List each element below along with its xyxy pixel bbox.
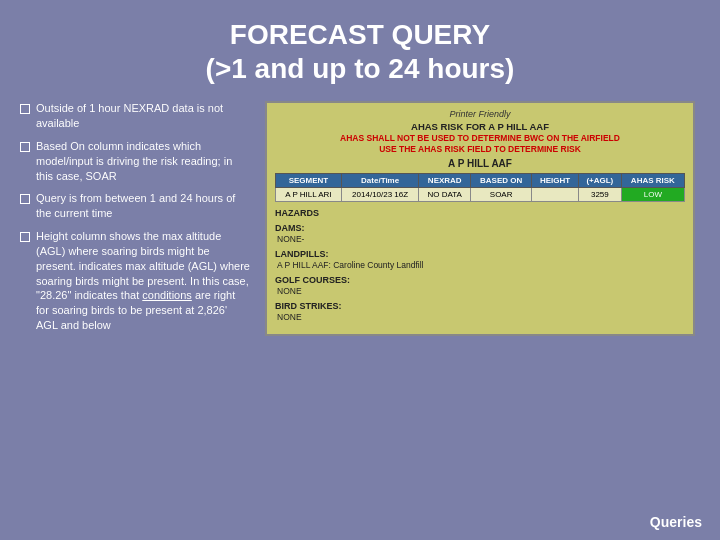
- col-basedon: BASED ON: [471, 174, 532, 188]
- section-hazards-title: HAZARDS: [275, 208, 685, 218]
- printer-friendly-label: Printer Friendly: [275, 109, 685, 119]
- title-line1: FORECAST QUERY: [230, 19, 490, 50]
- bullet-item-2: Based On column indicates which model/in…: [20, 139, 250, 184]
- cell-datetime: 2014/10/23 16Z: [341, 188, 419, 202]
- col-risk: AHAS RISK: [621, 174, 684, 188]
- slide-title: FORECAST QUERY (>1 and up to 24 hours): [20, 18, 700, 85]
- section-golf-title: GOLF COURSES:: [275, 275, 685, 285]
- bullet-icon-2: [20, 142, 30, 152]
- bullet-icon-1: [20, 104, 30, 114]
- data-table: SEGMENT Date/Time NEXRAD BASED ON HEIGHT…: [275, 173, 685, 202]
- col-agl: (+AGL): [578, 174, 621, 188]
- bullet-list: Outside of 1 hour NEXRAD data is not ava…: [20, 101, 250, 341]
- section-birdstrikes-content: NONE: [277, 312, 685, 322]
- section-golf-content: NONE: [277, 286, 685, 296]
- bullet-text-3: Query is from between 1 and 24 hours of …: [36, 191, 250, 221]
- location-title: A P HILL AAF: [275, 158, 685, 169]
- col-nexrad: NEXRAD: [419, 174, 471, 188]
- bullet-text-2: Based On column indicates which model/in…: [36, 139, 250, 184]
- conditions-underline: conditions: [142, 289, 192, 301]
- cell-nexrad: NO DATA: [419, 188, 471, 202]
- bullet-icon-4: [20, 232, 30, 242]
- ahas-warning1: AHAS SHALL NOT BE USED TO DETERMINE BWC …: [275, 133, 685, 143]
- cell-risk: LOW: [621, 188, 684, 202]
- cell-segment: A P HILL ARI: [276, 188, 342, 202]
- bottom-label: Queries: [650, 514, 702, 530]
- title-line2: (>1 and up to 24 hours): [206, 53, 515, 84]
- section-birdstrikes-title: BIRD STRIKES:: [275, 301, 685, 311]
- slide-container: FORECAST QUERY (>1 and up to 24 hours) O…: [0, 0, 720, 540]
- forecast-box: Printer Friendly AHAS RISK FOR A P HILL …: [265, 101, 695, 336]
- right-panel: Printer Friendly AHAS RISK FOR A P HILL …: [260, 101, 700, 336]
- cell-height: [532, 188, 579, 202]
- bullet-item-4: Height column shows the max altitude (AG…: [20, 229, 250, 333]
- section-landpills-title: LANDPILLS:: [275, 249, 685, 259]
- table-row: A P HILL ARI 2014/10/23 16Z NO DATA SOAR…: [276, 188, 685, 202]
- col-height: HEIGHT: [532, 174, 579, 188]
- col-datetime: Date/Time: [341, 174, 419, 188]
- ahas-warning2: USE THE AHAS RISK FIELD TO DETERMINE RIS…: [275, 144, 685, 154]
- section-dams-content: NONE-: [277, 234, 685, 244]
- content-area: Outside of 1 hour NEXRAD data is not ava…: [20, 101, 700, 341]
- section-landpills-content: A P HILL AAF: Caroline County Landfill: [277, 260, 685, 270]
- cell-basedon: SOAR: [471, 188, 532, 202]
- table-header-row: SEGMENT Date/Time NEXRAD BASED ON HEIGHT…: [276, 174, 685, 188]
- cell-agl: 3259: [578, 188, 621, 202]
- bullet-text-1: Outside of 1 hour NEXRAD data is not ava…: [36, 101, 250, 131]
- section-dams-title: DAMS:: [275, 223, 685, 233]
- ahas-title: AHAS RISK FOR A P HILL AAF: [275, 121, 685, 132]
- bullet-item-3: Query is from between 1 and 24 hours of …: [20, 191, 250, 221]
- bullet-text-4: Height column shows the max altitude (AG…: [36, 229, 250, 333]
- bullet-item-1: Outside of 1 hour NEXRAD data is not ava…: [20, 101, 250, 131]
- bullet-icon-3: [20, 194, 30, 204]
- col-segment: SEGMENT: [276, 174, 342, 188]
